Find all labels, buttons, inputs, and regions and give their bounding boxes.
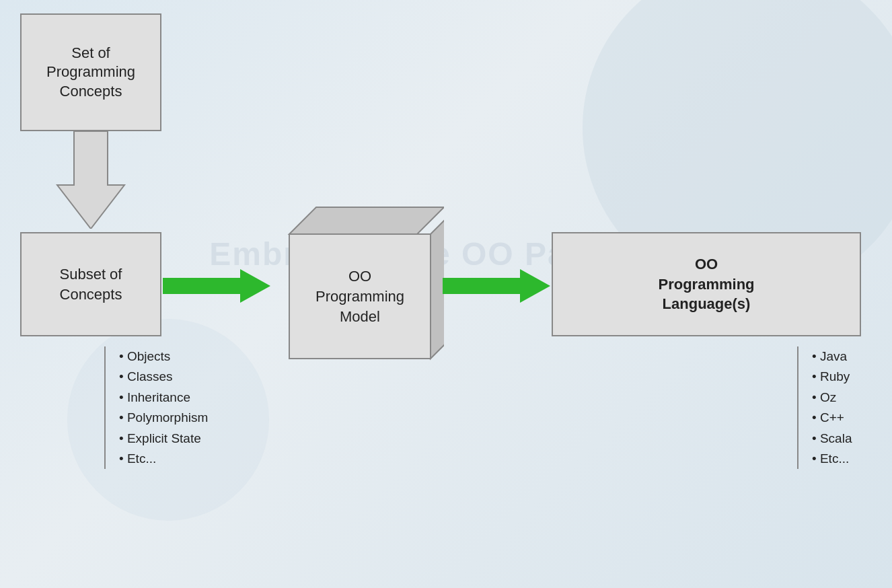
svg-marker-0	[57, 131, 124, 229]
svg-marker-3	[289, 207, 444, 234]
svg-text:OO: OO	[348, 268, 371, 285]
down-arrow	[37, 131, 145, 229]
top-box: Set of Programming Concepts	[20, 13, 161, 131]
svg-marker-1	[163, 269, 270, 303]
subset-box: Subset of Concepts	[20, 232, 161, 336]
top-box-label: Set of Programming Concepts	[46, 44, 135, 102]
green-arrow-2	[443, 266, 550, 309]
svg-text:Programming: Programming	[315, 288, 404, 305]
list-item: Polymorphism	[119, 408, 208, 428]
list-item: Etc...	[119, 449, 208, 469]
list-item: Classes	[119, 367, 208, 387]
list-item: Inheritance	[119, 388, 208, 408]
svg-marker-4	[431, 207, 444, 359]
right-list: JavaRubyOzC++ScalaEtc...	[797, 346, 852, 469]
list-item: Explicit State	[119, 429, 208, 449]
list-item: Scala	[812, 429, 852, 449]
svg-marker-8	[443, 269, 550, 303]
oo-language-box: OOProgrammingLanguage(s)	[552, 232, 861, 336]
svg-text:Model: Model	[340, 308, 380, 325]
green-arrow-1	[163, 266, 270, 309]
left-list: ObjectsClassesInheritancePolymorphismExp…	[104, 346, 208, 469]
list-item: Java	[812, 346, 852, 367]
list-item: Objects	[119, 346, 208, 367]
list-item: Oz	[812, 388, 852, 408]
list-item: Etc...	[812, 449, 852, 469]
list-item: C++	[812, 408, 852, 428]
list-item: Ruby	[812, 367, 852, 387]
oo-model-box: OO Programming Model	[269, 204, 444, 371]
subset-box-label: Subset of Concepts	[60, 264, 122, 304]
oo-language-label: OOProgrammingLanguage(s)	[658, 254, 754, 314]
